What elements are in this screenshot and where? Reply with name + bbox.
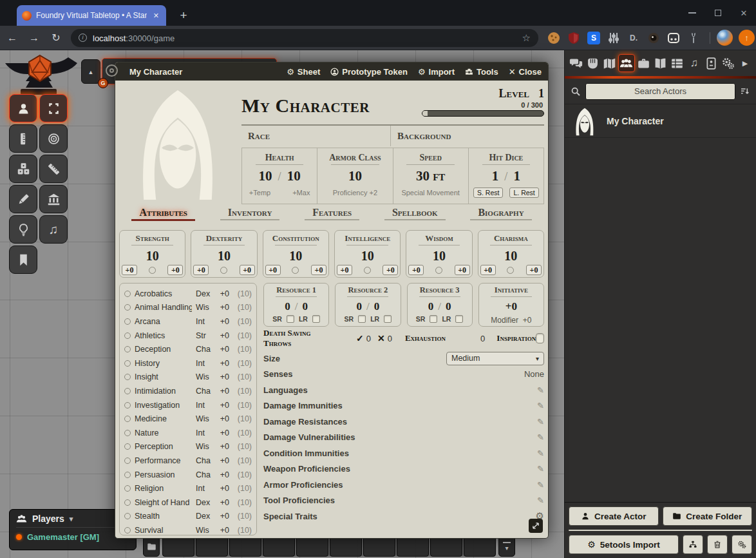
tab-tables[interactable] <box>669 54 686 72</box>
skill-modifier[interactable]: +0 <box>216 526 229 535</box>
race-input[interactable] <box>270 131 384 141</box>
skill-modifier[interactable]: +0 <box>216 387 229 396</box>
skill-name[interactable]: Deception <box>135 345 192 354</box>
ability-proficiency-radio[interactable] <box>364 267 371 274</box>
macro-slot[interactable] <box>296 536 328 557</box>
edit-trait-icon[interactable]: ✎ <box>537 385 544 395</box>
browser-tab[interactable]: Foundry Virtual Tabletop • A Stan ✕ <box>17 5 166 26</box>
edit-trait-icon[interactable]: ✎ <box>537 401 544 410</box>
skill-modifier[interactable]: +0 <box>216 359 229 368</box>
edit-trait-icon[interactable]: ✎ <box>537 417 544 427</box>
skill-modifier[interactable]: +0 <box>216 303 229 312</box>
skill-row[interactable]: Persuasion Cha +0 (10) <box>124 468 252 482</box>
character-portrait[interactable] <box>119 84 236 202</box>
tab-inventory[interactable]: Inventory <box>220 207 280 220</box>
ability-proficiency-radio[interactable] <box>507 267 514 274</box>
ublock-extension-icon[interactable] <box>567 32 580 44</box>
short-rest-button[interactable]: S. Rest <box>473 188 503 198</box>
long-rest-button[interactable]: L. Rest <box>509 188 538 198</box>
skill-modifier[interactable]: +0 <box>216 345 229 354</box>
macro-slot[interactable] <box>330 536 362 557</box>
resource-value[interactable]: 0 <box>357 300 363 313</box>
skill-modifier[interactable]: +0 <box>216 317 229 326</box>
level-value[interactable]: 1 <box>538 87 544 100</box>
skill-row[interactable]: Stealth Dex +0 (10) <box>124 510 252 524</box>
tab-close-icon[interactable]: ✕ <box>151 12 161 20</box>
tab-items[interactable] <box>635 54 652 72</box>
skill-row[interactable]: Investigation Int +0 (10) <box>124 398 252 412</box>
close-button[interactable]: ✕ Close <box>509 67 542 77</box>
skill-modifier[interactable]: +0 <box>216 372 229 381</box>
skill-modifier[interactable]: +0 <box>216 289 229 298</box>
ability-name[interactable]: Intelligence <box>335 233 400 244</box>
measure-distance-tool-button[interactable] <box>39 155 68 183</box>
resource-max[interactable]: 0 <box>302 300 308 313</box>
skill-modifier[interactable]: +0 <box>216 484 229 493</box>
skill-row[interactable]: Intimidation Cha +0 (10) <box>124 384 252 398</box>
size-select[interactable]: Medium ▾ <box>446 352 544 365</box>
tab-combat[interactable] <box>584 54 601 72</box>
window-titlebar[interactable]: My Character ⚙ Sheet Prototype Token ⚙ I… <box>115 63 548 81</box>
skill-row[interactable]: Religion Int +0 (10) <box>124 481 252 495</box>
skill-row[interactable]: History Int +0 (10) <box>124 356 252 370</box>
resource-label[interactable]: Resource 1 <box>264 285 328 295</box>
skill-name[interactable]: Nature <box>135 428 192 438</box>
skill-proficiency-radio[interactable] <box>124 457 131 464</box>
edit-trait-icon[interactable]: ✎ <box>537 448 544 458</box>
background-input[interactable] <box>451 131 548 141</box>
ability-proficiency-radio[interactable] <box>220 267 227 274</box>
death-failure-count[interactable]: 0 <box>388 334 392 343</box>
senses-value[interactable]: None <box>524 369 544 379</box>
macro-slot[interactable] <box>430 536 462 557</box>
player-row[interactable]: Gamemaster [GM] <box>16 532 129 542</box>
players-header[interactable]: Players ▾ <box>16 514 129 528</box>
walls-controls-button[interactable] <box>39 185 68 213</box>
skill-modifier[interactable]: +0 <box>216 456 229 465</box>
ability-proficiency-radio[interactable] <box>435 267 442 274</box>
tab-journal[interactable] <box>652 54 668 72</box>
skill-name[interactable]: Stealth <box>135 512 192 521</box>
tiles-controls-button[interactable] <box>9 155 37 183</box>
skill-name[interactable]: Arcana <box>135 317 192 326</box>
skill-row[interactable]: Medicine Wis +0 (10) <box>124 412 252 426</box>
ability-name[interactable]: Dexterity <box>191 233 256 244</box>
create-actor-button[interactable]: Create Actor <box>569 506 659 526</box>
skill-proficiency-radio[interactable] <box>124 318 131 325</box>
skill-proficiency-radio[interactable] <box>124 443 131 450</box>
back-button[interactable]: ← <box>3 32 22 44</box>
ability-save-mod[interactable]: +0 <box>122 265 137 275</box>
ability-score[interactable]: 10 <box>263 249 328 264</box>
skill-modifier[interactable]: +0 <box>216 401 229 410</box>
skill-modifier[interactable]: +0 <box>216 442 229 451</box>
initiative-modifier-value[interactable]: +0 <box>523 316 532 325</box>
skill-name[interactable]: Acrobatics <box>135 289 192 298</box>
skill-name[interactable]: Insight <box>135 372 192 381</box>
ability-check-mod[interactable]: +0 <box>526 265 542 275</box>
skill-proficiency-radio[interactable] <box>124 374 131 380</box>
ability-score[interactable]: 10 <box>406 249 471 264</box>
skill-name[interactable]: Athletics <box>135 331 192 340</box>
tab-spellbook[interactable]: Spellbook <box>384 207 446 220</box>
window-resize-handle[interactable] <box>529 519 543 533</box>
sheet-config-button[interactable]: ⚙ Sheet <box>287 67 320 77</box>
edit-trait-icon[interactable]: ✎ <box>537 464 544 474</box>
sort-icon[interactable] <box>740 86 750 97</box>
sr-checkbox[interactable] <box>287 315 294 323</box>
resource-label[interactable]: Resource 3 <box>408 285 472 295</box>
exhaustion-value[interactable]: 0 <box>480 334 485 343</box>
ability-score[interactable]: 10 <box>120 249 185 264</box>
lr-checkbox[interactable] <box>455 315 463 323</box>
edit-trait-icon[interactable]: ✎ <box>537 432 544 442</box>
lr-checkbox[interactable] <box>384 315 392 323</box>
skill-proficiency-radio[interactable] <box>124 416 131 422</box>
window-maximize-button[interactable] <box>706 0 730 26</box>
s-extension-icon[interactable]: S <box>587 32 600 44</box>
lighting-controls-button[interactable] <box>9 215 37 244</box>
skill-name[interactable]: Perception <box>135 442 192 451</box>
import-button[interactable]: ⚙ Import <box>418 67 455 77</box>
sounds-controls-button[interactable]: ♫ <box>39 215 68 244</box>
new-tab-button[interactable]: + <box>175 8 192 24</box>
window-close-button[interactable]: ✕ <box>732 0 756 26</box>
ability-save-mod[interactable]: +0 <box>480 265 496 275</box>
ability-check-mod[interactable]: +0 <box>311 265 326 275</box>
